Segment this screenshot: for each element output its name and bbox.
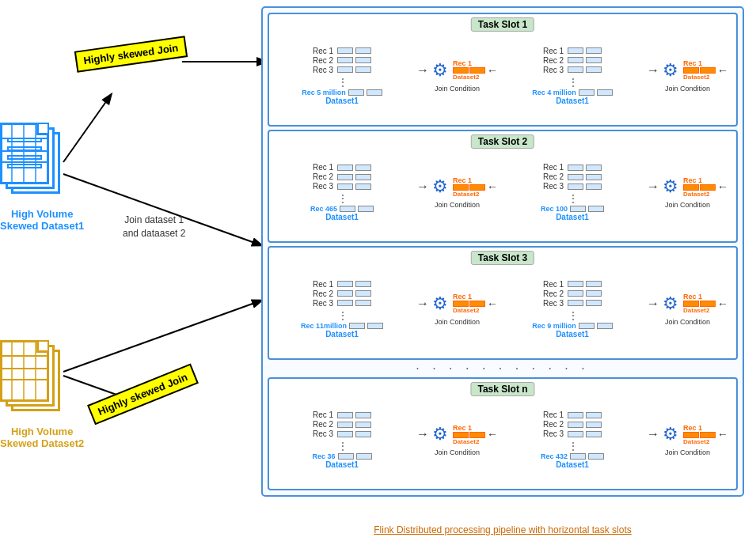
gear-icon-nl: ⚙ [429,423,451,445]
slot-2-right-join: → ⚙ Rec 1 Dataset2 ← Join Condition [644,161,731,223]
dataset1-container: High Volume Skewed Dataset1 [0,123,84,232]
bottom-label-container: Flink Distributed processing pipeline wi… [261,522,744,536]
task-area: Task Slot 1 Rec 1 Rec 2 Rec [261,6,744,497]
rec-row: Rec 2 [313,289,371,298]
dataset2-label: High Volume Skewed Dataset2 [0,426,84,449]
slot-2-left-join: → ⚙ Rec 1 Dataset2 ← Join Condition [413,161,501,223]
rec-row: Rec 2 [543,56,602,65]
dashed-separator: · · · · · · · · · · · [268,363,738,374]
slot-3-right-panel: Rec 1 Rec 2 Rec 3 ⋮ Rec 9 million Datase… [504,278,640,340]
rec-row: Rec 1 [543,410,602,419]
slot-3-content: Rec 1 Rec 2 Rec 3 ⋮ Rec 11million Datase… [274,278,731,340]
dataset2-container: High Volume Skewed Dataset2 [0,340,84,449]
rec-row: Rec 3 [543,182,602,191]
slot-2-right-panel: Rec 1 Rec 2 Rec 3 ⋮ Rec 100 Dataset1 [504,161,640,223]
slot-n-content: Rec 1 Rec 2 Rec 3 ⋮ Rec 36 Dataset1 → ⚙ … [274,409,731,471]
rec-row: Rec 3 [543,429,602,438]
task-slot-n-label: Task Slot n [470,382,534,396]
skewed-join-label-2: Highly skewed Join [86,373,199,417]
slot-1-content: Rec 1 Rec 2 Rec 3 ⋮ [274,45,731,107]
slot-n-left-panel: Rec 1 Rec 2 Rec 3 ⋮ Rec 36 Dataset1 [274,409,410,471]
dataset2-svg-lines [0,340,49,402]
slot-1-left-panel: Rec 1 Rec 2 Rec 3 ⋮ [274,45,410,107]
rec-row: Rec 1 [543,47,602,55]
slot-1-left-join: → ⚙ Rec 1 Dataset2 ← Join Condition [413,45,501,107]
slot-n-right-panel: Rec 1 Rec 2 Rec 3 ⋮ Rec 432 Dataset1 [504,409,640,471]
slot-n-right-join: → ⚙ Rec 1 Dataset2 ← Join Condition [644,409,731,471]
rec-row: Rec 1 [313,410,371,419]
slot-1-right-panel: Rec 1 Rec 2 Rec 3 ⋮ [504,45,640,107]
rec-row: Rec 1 [543,163,602,172]
slot-2-content: Rec 1 Rec 2 Rec 3 ⋮ Rec 465 Dataset1 → ⚙… [274,161,731,223]
rec-row: Rec 3 [313,66,371,74]
gear-icon-2r: ⚙ [659,176,682,198]
task-slot-1: Task Slot 1 Rec 1 Rec 2 Rec [268,13,738,127]
join-description: Join dataset 1 and dataaset 2 [123,214,185,240]
task-slot-3: Task Slot 3 Rec 1 Rec 2 Rec 3 ⋮ Rec 11mi… [268,246,738,360]
rec-row: Rec 2 [313,56,371,65]
slot-1-left-recs: Rec 1 Rec 2 Rec 3 [313,47,371,74]
main-container: High Volume Skewed Dataset1 High Volume … [0,0,756,541]
slot-3-left-join: → ⚙ Rec 1 Dataset2 ← Join Condition [413,278,501,340]
rec-row: Rec 2 [543,289,602,298]
rec-row: Rec 1 [313,47,371,55]
slot-3-right-join: → ⚙ Rec 1 Dataset2 ← Join Condition [644,278,731,340]
dataset1-icon [0,123,63,202]
rec-row: Rec 3 [313,182,371,191]
task-slot-2-label: Task Slot 2 [471,134,534,149]
rec-row: Rec 2 [543,172,602,181]
dataset1-svg-lines [0,123,49,184]
dataset1-label: High Volume Skewed Dataset1 [0,208,84,232]
rec-row: Rec 1 [313,163,371,172]
task-slot-3-label: Task Slot 3 [471,251,534,265]
slot-n-left-join: → ⚙ Rec 1 Dataset2 ← Join Condition [413,409,501,471]
slot-3-left-panel: Rec 1 Rec 2 Rec 3 ⋮ Rec 11million Datase… [274,278,410,340]
skewed-join-label-1: Highly skewed Join [75,44,187,65]
slot-1-right-recs: Rec 1 Rec 2 Rec 3 [543,47,602,74]
task-slot-2: Task Slot 2 Rec 1 Rec 2 Rec 3 ⋮ Rec 465 … [268,130,738,244]
gear-icon-2l: ⚙ [429,176,451,198]
rec-row: Rec 3 [313,429,371,438]
dataset2-icon [0,340,63,419]
gear-icon-3l: ⚙ [429,293,451,315]
rec-row: Rec 2 [313,420,371,429]
slot-2-left-panel: Rec 1 Rec 2 Rec 3 ⋮ Rec 465 Dataset1 [274,161,410,223]
gear-icon-1r: ⚙ [659,59,682,81]
gear-icon-1l: ⚙ [429,59,451,81]
slot-1-right-count: Rec 4 million [532,89,613,96]
gear-icon-3r: ⚙ [659,293,682,315]
rec-row: Rec 1 [543,280,602,289]
rec-row: Rec 2 [543,420,602,429]
rec-row: Rec 3 [543,66,602,74]
svg-line-3 [63,301,261,372]
slot-1-left-count: Rec 5 million [302,89,382,96]
task-slot-n: Task Slot n Rec 1 Rec 2 Rec 3 ⋮ Rec 36 D… [268,377,738,491]
task-slot-1-label: Task Slot 1 [471,17,534,32]
slot-1-right-join: → ⚙ Rec 1 Dataset2 ← Join Condition [644,45,731,107]
bottom-label: Flink Distributed processing pipeline wi… [374,524,631,535]
gear-icon-nr: ⚙ [659,423,682,445]
rec-row: Rec 3 [543,299,602,308]
rec-row: Rec 2 [313,172,371,181]
rec-row: Rec 3 [313,299,371,308]
rec-row: Rec 1 [313,280,371,289]
